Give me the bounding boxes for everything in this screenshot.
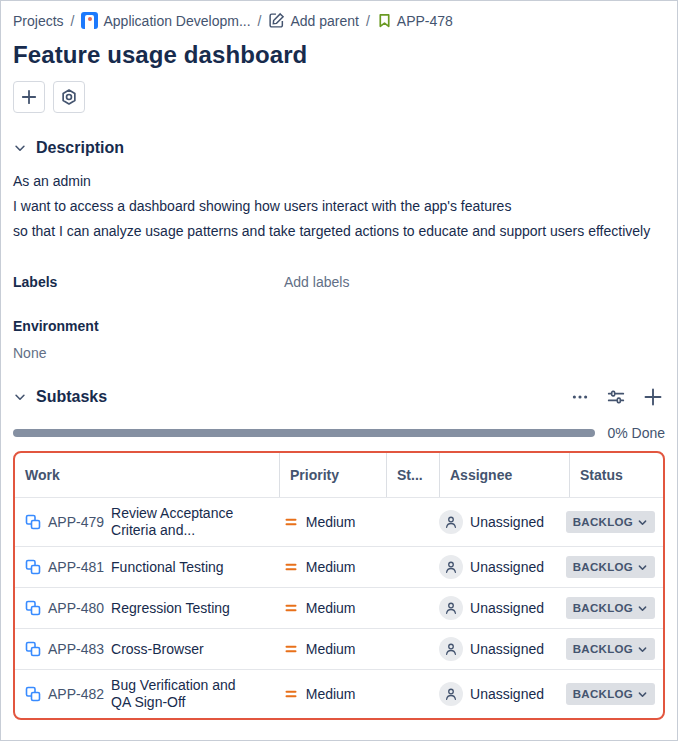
priority-label: Medium [306,600,356,616]
breadcrumb-project[interactable]: Application Developm... [81,12,250,29]
hexagon-settings-icon [60,88,78,106]
status-cell: BACKLOG [556,588,663,628]
environment-label: Environment [13,318,99,334]
table-row[interactable]: APP-483 Cross-Browser Medium Unassigned [15,628,663,669]
avatar [439,555,463,579]
customize-view-button[interactable] [605,386,627,408]
breadcrumb: Projects / Application Developm... / Add… [13,1,665,29]
subtasks-section-header: Subtasks [13,385,665,409]
add-labels-button[interactable]: Add labels [284,274,349,290]
description-line: I want to access a dashboard showing how… [13,194,665,219]
priority-medium-icon [283,559,299,575]
labels-label: Labels [13,274,284,290]
priority-label: Medium [306,641,356,657]
table-header-row: Work Priority St... Assignee Status [15,453,663,497]
priority-label: Medium [306,559,356,575]
status-truncated-cell[interactable] [377,547,429,587]
priority-cell[interactable]: Medium [273,547,377,587]
chevron-down-icon [637,603,648,614]
assignee-cell[interactable]: Unassigned [429,588,556,628]
priority-medium-icon [283,600,299,616]
chevron-down-icon[interactable] [13,390,27,404]
issue-key[interactable]: APP-481 [48,559,104,575]
status-truncated-cell[interactable] [377,498,429,546]
issue-key[interactable]: APP-480 [48,600,104,616]
assignee-cell[interactable]: Unassigned [429,670,556,718]
work-cell: APP-483 Cross-Browser [15,629,273,669]
work-cell: APP-479 Review Acceptance Criteria and..… [15,498,273,546]
assignee-cell[interactable]: Unassigned [429,629,556,669]
breadcrumb-current-issue[interactable]: APP-478 [377,13,453,29]
issue-summary[interactable]: Review Acceptance Criteria and... [111,505,241,539]
subtask-icon [25,559,41,575]
assignee-label: Unassigned [470,514,544,530]
column-header-status[interactable]: Status [570,453,663,497]
issue-summary[interactable]: Bug Verification and QA Sign-Off [111,677,241,711]
description-body[interactable]: As an admin I want to access a dashboard… [13,169,665,244]
subtasks-table: Work Priority St... Assignee Status APP-… [13,451,665,720]
column-header-assignee[interactable]: Assignee [440,453,570,497]
status-cell: BACKLOG [556,670,663,718]
description-line: so that I can analyze usage patterns and… [13,219,665,244]
status-truncated-cell[interactable] [377,588,429,628]
priority-medium-icon [283,514,299,530]
progress-bar [13,429,595,437]
assignee-label: Unassigned [470,559,544,575]
status-cell: BACKLOG [556,629,663,669]
status-dropdown[interactable]: BACKLOG [566,638,655,660]
table-row[interactable]: APP-481 Functional Testing Medium Unassi… [15,546,663,587]
issue-summary[interactable]: Functional Testing [111,559,224,576]
table-row[interactable]: APP-480 Regression Testing Medium Unassi… [15,587,663,628]
breadcrumb-projects[interactable]: Projects [13,13,64,29]
priority-medium-icon [283,641,299,657]
add-parent-button[interactable]: Add parent [268,12,359,29]
add-parent-label: Add parent [290,13,359,29]
status-dropdown[interactable]: BACKLOG [566,511,655,533]
plus-icon [20,88,38,106]
issue-key[interactable]: APP-482 [48,686,104,702]
column-header-priority[interactable]: Priority [280,453,387,497]
assignee-cell[interactable]: Unassigned [429,498,556,546]
column-header-work[interactable]: Work [15,453,280,497]
add-button[interactable] [13,81,45,113]
issue-key[interactable]: APP-479 [48,514,104,530]
priority-cell[interactable]: Medium [273,670,377,718]
priority-cell[interactable]: Medium [273,588,377,628]
status-truncated-cell[interactable] [377,629,429,669]
chevron-down-icon[interactable] [13,141,27,155]
assignee-cell[interactable]: Unassigned [429,547,556,587]
issue-summary[interactable]: Regression Testing [111,600,230,617]
status-dropdown[interactable]: BACKLOG [566,556,655,578]
priority-cell[interactable]: Medium [273,498,377,546]
page-title[interactable]: Feature usage dashboard [13,41,665,69]
column-header-status-truncated[interactable]: St... [387,453,440,497]
issue-summary[interactable]: Cross-Browser [111,641,204,658]
assignee-label: Unassigned [470,600,544,616]
more-actions-button[interactable] [569,386,591,408]
breadcrumb-separator: / [258,13,262,29]
table-row[interactable]: APP-479 Review Acceptance Criteria and..… [15,497,663,546]
issue-view-panel: Projects / Application Developm... / Add… [0,0,678,741]
add-subtask-button[interactable] [641,385,665,409]
status-dropdown[interactable]: BACKLOG [566,683,655,705]
sliders-icon [607,388,625,406]
priority-label: Medium [306,514,356,530]
status-dropdown[interactable]: BACKLOG [566,597,655,619]
status-cell: BACKLOG [556,547,663,587]
apps-button[interactable] [53,81,85,113]
work-cell: APP-480 Regression Testing [15,588,273,628]
labels-field: Labels Add labels [13,274,665,290]
status-truncated-cell[interactable] [377,670,429,718]
subtask-icon [25,514,41,530]
table-row[interactable]: APP-482 Bug Verification and QA Sign-Off… [15,669,663,718]
environment-field: Environment None [13,318,665,361]
priority-label: Medium [306,686,356,702]
work-cell: APP-482 Bug Verification and QA Sign-Off [15,670,273,718]
progress-label: 0% Done [607,425,665,441]
ellipsis-icon [571,388,589,406]
priority-cell[interactable]: Medium [273,629,377,669]
chevron-down-icon [637,689,648,700]
avatar [439,682,463,706]
issue-key[interactable]: APP-483 [48,641,104,657]
project-avatar-icon [81,12,98,29]
